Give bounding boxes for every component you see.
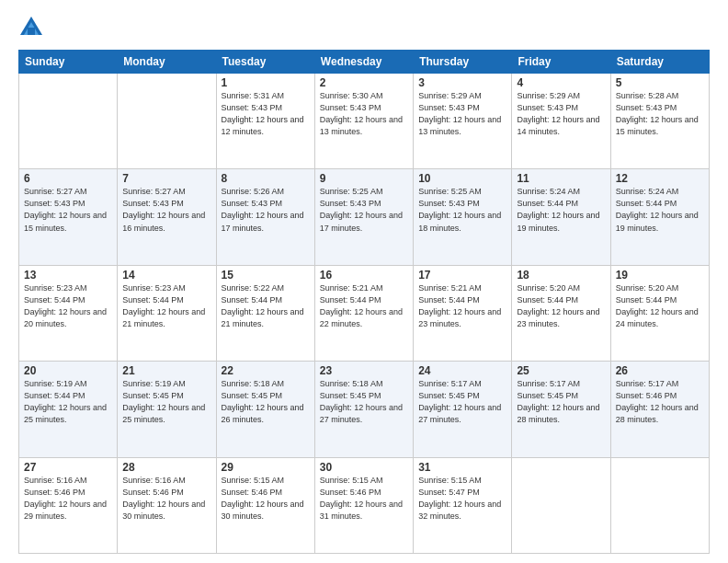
day-number: 3 (418, 76, 506, 89)
day-number: 7 (122, 172, 210, 185)
calendar-header-monday: Monday (118, 51, 216, 74)
day-number: 5 (616, 76, 704, 89)
day-info: Sunrise: 5:29 AMSunset: 5:43 PMDaylight:… (517, 90, 605, 138)
day-number: 6 (24, 172, 112, 185)
day-info: Sunrise: 5:23 AMSunset: 5:44 PMDaylight:… (24, 282, 112, 330)
day-info: Sunrise: 5:21 AMSunset: 5:44 PMDaylight:… (418, 282, 506, 330)
calendar-cell: 27Sunrise: 5:16 AMSunset: 5:46 PMDayligh… (19, 457, 118, 553)
day-number: 12 (616, 172, 704, 185)
logo-icon (18, 15, 44, 40)
calendar-cell: 22Sunrise: 5:18 AMSunset: 5:45 PMDayligh… (216, 362, 314, 457)
calendar-cell (118, 74, 216, 169)
day-info: Sunrise: 5:27 AMSunset: 5:43 PMDaylight:… (24, 186, 112, 234)
calendar-cell: 5Sunrise: 5:28 AMSunset: 5:43 PMDaylight… (610, 74, 709, 169)
calendar-cell: 3Sunrise: 5:29 AMSunset: 5:43 PMDaylight… (414, 74, 512, 169)
calendar-table: SundayMondayTuesdayWednesdayThursdayFrid… (18, 50, 710, 554)
day-number: 22 (222, 364, 310, 377)
day-info: Sunrise: 5:16 AMSunset: 5:46 PMDaylight:… (24, 475, 112, 523)
day-info: Sunrise: 5:15 AMSunset: 5:47 PMDaylight:… (418, 475, 506, 523)
day-number: 26 (616, 364, 704, 377)
calendar-cell: 10Sunrise: 5:25 AMSunset: 5:43 PMDayligh… (414, 169, 512, 265)
header (18, 15, 710, 40)
calendar-cell: 16Sunrise: 5:21 AMSunset: 5:44 PMDayligh… (314, 265, 413, 361)
calendar-header-saturday: Saturday (610, 51, 709, 74)
day-number: 9 (320, 172, 408, 185)
day-info: Sunrise: 5:18 AMSunset: 5:45 PMDaylight:… (320, 378, 408, 426)
day-info: Sunrise: 5:15 AMSunset: 5:46 PMDaylight:… (320, 475, 408, 523)
day-info: Sunrise: 5:30 AMSunset: 5:43 PMDaylight:… (320, 90, 408, 138)
day-info: Sunrise: 5:24 AMSunset: 5:44 PMDaylight:… (517, 186, 605, 234)
day-number: 1 (222, 76, 310, 89)
day-number: 11 (517, 172, 605, 185)
page: SundayMondayTuesdayWednesdayThursdayFrid… (0, 0, 728, 563)
day-number: 31 (418, 461, 506, 474)
day-number: 15 (222, 269, 310, 282)
calendar-cell: 4Sunrise: 5:29 AMSunset: 5:43 PMDaylight… (512, 74, 610, 169)
day-info: Sunrise: 5:25 AMSunset: 5:43 PMDaylight:… (320, 186, 408, 234)
calendar-cell: 26Sunrise: 5:17 AMSunset: 5:46 PMDayligh… (610, 362, 709, 457)
calendar-cell: 24Sunrise: 5:17 AMSunset: 5:45 PMDayligh… (414, 362, 512, 457)
calendar-header-row: SundayMondayTuesdayWednesdayThursdayFrid… (19, 51, 710, 74)
day-number: 20 (24, 364, 112, 377)
day-info: Sunrise: 5:20 AMSunset: 5:44 PMDaylight:… (517, 282, 605, 330)
day-info: Sunrise: 5:25 AMSunset: 5:43 PMDaylight:… (418, 186, 506, 234)
calendar-cell: 23Sunrise: 5:18 AMSunset: 5:45 PMDayligh… (314, 362, 413, 457)
day-info: Sunrise: 5:20 AMSunset: 5:44 PMDaylight:… (616, 282, 704, 330)
calendar-cell: 20Sunrise: 5:19 AMSunset: 5:44 PMDayligh… (19, 362, 118, 457)
day-info: Sunrise: 5:31 AMSunset: 5:43 PMDaylight:… (222, 90, 310, 138)
day-info: Sunrise: 5:24 AMSunset: 5:44 PMDaylight:… (616, 186, 704, 234)
calendar-cell: 7Sunrise: 5:27 AMSunset: 5:43 PMDaylight… (118, 169, 216, 265)
calendar-cell: 15Sunrise: 5:22 AMSunset: 5:44 PMDayligh… (216, 265, 314, 361)
day-number: 29 (222, 461, 310, 474)
calendar-header-wednesday: Wednesday (314, 51, 413, 74)
day-info: Sunrise: 5:19 AMSunset: 5:45 PMDaylight:… (122, 378, 210, 426)
day-number: 21 (122, 364, 210, 377)
calendar-cell: 11Sunrise: 5:24 AMSunset: 5:44 PMDayligh… (512, 169, 610, 265)
calendar-cell: 30Sunrise: 5:15 AMSunset: 5:46 PMDayligh… (314, 457, 413, 553)
calendar-cell: 29Sunrise: 5:15 AMSunset: 5:46 PMDayligh… (216, 457, 314, 553)
calendar-cell: 28Sunrise: 5:16 AMSunset: 5:46 PMDayligh… (118, 457, 216, 553)
day-number: 13 (24, 269, 112, 282)
calendar-cell: 21Sunrise: 5:19 AMSunset: 5:45 PMDayligh… (118, 362, 216, 457)
day-number: 8 (222, 172, 310, 185)
calendar-cell: 17Sunrise: 5:21 AMSunset: 5:44 PMDayligh… (414, 265, 512, 361)
day-number: 16 (320, 269, 408, 282)
day-number: 25 (517, 364, 605, 377)
day-number: 18 (517, 269, 605, 282)
calendar-cell: 2Sunrise: 5:30 AMSunset: 5:43 PMDaylight… (314, 74, 413, 169)
calendar-cell: 9Sunrise: 5:25 AMSunset: 5:43 PMDaylight… (314, 169, 413, 265)
day-info: Sunrise: 5:19 AMSunset: 5:44 PMDaylight:… (24, 378, 112, 426)
calendar-week-5: 27Sunrise: 5:16 AMSunset: 5:46 PMDayligh… (19, 457, 710, 553)
calendar-cell (610, 457, 709, 553)
calendar-header-friday: Friday (512, 51, 610, 74)
calendar-week-2: 6Sunrise: 5:27 AMSunset: 5:43 PMDaylight… (19, 169, 710, 265)
calendar-cell: 31Sunrise: 5:15 AMSunset: 5:47 PMDayligh… (414, 457, 512, 553)
day-info: Sunrise: 5:29 AMSunset: 5:43 PMDaylight:… (418, 90, 506, 138)
day-info: Sunrise: 5:17 AMSunset: 5:45 PMDaylight:… (418, 378, 506, 426)
day-number: 28 (122, 461, 210, 474)
calendar-cell (512, 457, 610, 553)
day-info: Sunrise: 5:17 AMSunset: 5:45 PMDaylight:… (517, 378, 605, 426)
calendar-week-3: 13Sunrise: 5:23 AMSunset: 5:44 PMDayligh… (19, 265, 710, 361)
calendar-cell: 14Sunrise: 5:23 AMSunset: 5:44 PMDayligh… (118, 265, 216, 361)
calendar-week-1: 1Sunrise: 5:31 AMSunset: 5:43 PMDaylight… (19, 74, 710, 169)
calendar-header-tuesday: Tuesday (216, 51, 314, 74)
calendar-cell: 6Sunrise: 5:27 AMSunset: 5:43 PMDaylight… (19, 169, 118, 265)
calendar-header-thursday: Thursday (414, 51, 512, 74)
day-info: Sunrise: 5:28 AMSunset: 5:43 PMDaylight:… (616, 90, 704, 138)
day-number: 4 (517, 76, 605, 89)
logo (18, 15, 48, 40)
calendar-cell: 19Sunrise: 5:20 AMSunset: 5:44 PMDayligh… (610, 265, 709, 361)
calendar-header-sunday: Sunday (19, 51, 118, 74)
calendar-cell: 8Sunrise: 5:26 AMSunset: 5:43 PMDaylight… (216, 169, 314, 265)
day-info: Sunrise: 5:21 AMSunset: 5:44 PMDaylight:… (320, 282, 408, 330)
day-number: 14 (122, 269, 210, 282)
day-info: Sunrise: 5:17 AMSunset: 5:46 PMDaylight:… (616, 378, 704, 426)
calendar-cell: 25Sunrise: 5:17 AMSunset: 5:45 PMDayligh… (512, 362, 610, 457)
day-info: Sunrise: 5:18 AMSunset: 5:45 PMDaylight:… (222, 378, 310, 426)
day-number: 27 (24, 461, 112, 474)
calendar-cell: 12Sunrise: 5:24 AMSunset: 5:44 PMDayligh… (610, 169, 709, 265)
calendar-cell: 1Sunrise: 5:31 AMSunset: 5:43 PMDaylight… (216, 74, 314, 169)
day-number: 24 (418, 364, 506, 377)
day-number: 19 (616, 269, 704, 282)
